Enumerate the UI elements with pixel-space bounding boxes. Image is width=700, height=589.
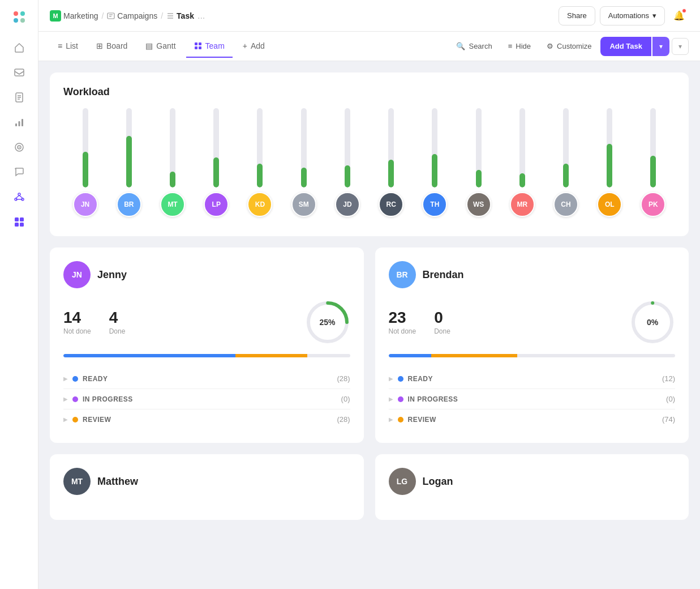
hide-icon: ≡ (508, 42, 513, 50)
workload-col-8[interactable]: TH (413, 108, 457, 217)
add-task-chevron[interactable]: ▾ (652, 37, 669, 56)
workload-col-3[interactable]: LP (195, 108, 238, 217)
list-icon: ≡ (58, 41, 62, 50)
tab-list[interactable]: ≡ List (50, 35, 86, 58)
automations-button[interactable]: Automations ▾ (600, 6, 665, 25)
tab-actions: 🔍 Search ≡ Hide ⚙ Customize Add Task ▾ ▾ (449, 37, 689, 56)
bar-fill-1 (126, 136, 132, 187)
breadcrumb-more[interactable]: ... (197, 11, 205, 21)
bar-track-2 (170, 108, 175, 187)
not-done-number-1: 23 (389, 309, 416, 327)
status-dot-1-0 (398, 376, 403, 382)
sidebar-item-chat[interactable] (8, 161, 31, 183)
sidebar-item-docs[interactable] (8, 86, 31, 109)
workload-col-1[interactable]: BR (107, 108, 151, 217)
workload-avatar-4[interactable]: KD (247, 192, 272, 217)
workload-col-13[interactable]: PK (632, 108, 675, 217)
topbar-actions: Share Automations ▾ 🔔 (559, 6, 689, 25)
status-item-1-2[interactable]: ▶ REVIEW (74) (389, 409, 676, 429)
status-item-1-1[interactable]: ▶ IN PROGRESS (0) (389, 389, 676, 409)
workload-avatar-10[interactable]: MR (510, 192, 535, 217)
workload-col-12[interactable]: OL (588, 108, 632, 217)
workload-avatar-9[interactable]: WS (466, 192, 491, 217)
status-item-0-2[interactable]: ▶ REVIEW (28) (63, 409, 350, 429)
breadcrumb-task[interactable]: Task (166, 11, 194, 20)
not-done-label-1: Not done (389, 327, 416, 335)
breadcrumb-workspace[interactable]: M Marketing (50, 10, 98, 22)
workload-col-10[interactable]: MR (500, 108, 544, 217)
svg-rect-34 (199, 46, 201, 49)
bar-container-12 (607, 108, 612, 187)
donut-label-0: 25% (319, 318, 335, 327)
workload-avatar-1[interactable]: BR (117, 192, 141, 217)
status-item-0-0[interactable]: ▶ READY (28) (63, 369, 350, 389)
status-name-1-1: IN PROGRESS (408, 395, 662, 403)
workload-col-2[interactable]: MT (151, 108, 194, 217)
status-chevron-1-0: ▶ (389, 375, 393, 382)
hide-button[interactable]: ≡ Hide (501, 37, 538, 56)
svg-rect-22 (20, 217, 24, 221)
bar-container-0 (83, 108, 88, 187)
done-number-0: 4 (109, 309, 126, 327)
expand-button[interactable]: ▾ (672, 38, 689, 55)
svg-rect-32 (199, 42, 201, 45)
sidebar-item-team[interactable] (8, 211, 31, 233)
workload-col-9[interactable]: WS (457, 108, 500, 217)
team-card-logan: LGLogan (375, 454, 689, 520)
breadcrumb-campaigns[interactable]: Campaigns (107, 11, 157, 20)
workload-avatar-12[interactable]: OL (597, 192, 622, 217)
sidebar-item-home[interactable] (8, 36, 31, 59)
bar-container-7 (388, 108, 394, 187)
workload-col-6[interactable]: JD (325, 108, 369, 217)
status-item-0-1[interactable]: ▶ IN PROGRESS (0) (63, 389, 350, 409)
team-card-avatar-1[interactable]: BR (389, 261, 416, 288)
app-logo[interactable] (9, 7, 29, 27)
team-card-avatar-0[interactable]: JN (63, 261, 91, 288)
sidebar-item-goals[interactable] (8, 136, 31, 159)
tab-add[interactable]: + Add (235, 35, 273, 58)
workload-col-11[interactable]: CH (544, 108, 587, 217)
workload-col-0[interactable]: JN (63, 108, 107, 217)
notification-button[interactable]: 🔔 (669, 6, 689, 25)
workload-avatar-3[interactable]: LP (204, 192, 229, 217)
tab-gantt[interactable]: ▤ Gantt (138, 35, 183, 58)
sidebar-item-inbox[interactable] (8, 61, 31, 84)
workload-avatar-2[interactable]: MT (160, 192, 185, 217)
progress-bar-1 (389, 354, 676, 357)
bar-fill-8 (432, 154, 437, 187)
workload-avatar-5[interactable]: SM (291, 192, 316, 217)
bar-track-1 (126, 108, 132, 187)
add-task-button[interactable]: Add Task (600, 37, 651, 56)
add-task-group: Add Task ▾ (600, 37, 669, 56)
svg-point-14 (19, 147, 20, 148)
tab-team[interactable]: Team (186, 35, 233, 58)
team-card-header-0: JNJenny (63, 261, 350, 288)
workload-avatar-13[interactable]: PK (641, 192, 665, 217)
bar-container-10 (519, 108, 525, 187)
team-card-avatar-2[interactable]: MT (63, 468, 91, 495)
status-item-1-0[interactable]: ▶ READY (12) (389, 369, 676, 389)
workload-col-4[interactable]: KD (238, 108, 282, 217)
main-content: M Marketing / Campaigns / Task ... Share… (38, 0, 700, 589)
svg-line-19 (19, 195, 23, 198)
svg-rect-10 (18, 121, 20, 126)
workload-avatar-6[interactable]: JD (335, 192, 360, 217)
svg-rect-33 (195, 46, 197, 49)
search-button[interactable]: 🔍 Search (449, 37, 499, 56)
workload-avatar-11[interactable]: CH (553, 192, 578, 217)
workload-avatar-7[interactable]: RC (379, 192, 403, 217)
share-button[interactable]: Share (559, 6, 595, 25)
customize-button[interactable]: ⚙ Customize (540, 37, 598, 56)
workload-avatar-8[interactable]: TH (422, 192, 447, 217)
bar-fill-0 (83, 152, 88, 187)
sidebar-item-analytics[interactable] (8, 111, 31, 134)
workload-avatar-0[interactable]: JN (73, 192, 98, 217)
not-done-label-0: Not done (63, 327, 91, 335)
workload-col-7[interactable]: RC (370, 108, 413, 217)
workload-col-5[interactable]: SM (282, 108, 325, 217)
status-count-1-0: (12) (662, 374, 675, 383)
sidebar (0, 0, 38, 589)
tab-board[interactable]: ⊞ Board (88, 35, 135, 58)
team-card-avatar-3[interactable]: LG (389, 468, 416, 495)
sidebar-item-network[interactable] (8, 186, 31, 208)
